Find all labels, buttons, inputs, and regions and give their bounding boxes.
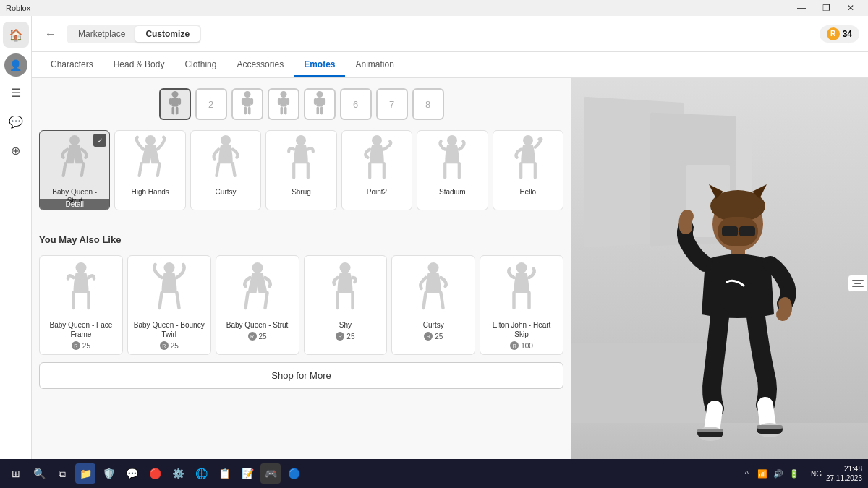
- taskbar-icon-2[interactable]: 🛡️: [98, 463, 119, 484]
- sidebar-list-icon[interactable]: ☰: [3, 80, 29, 106]
- slot-8[interactable]: 8: [412, 88, 444, 120]
- robux-badge: R 34: [820, 25, 859, 43]
- tray-icon-1[interactable]: ^: [739, 466, 754, 481]
- rec-price-val-3: 25: [259, 333, 267, 341]
- maximize-button[interactable]: ❐: [814, 1, 838, 14]
- slot-4[interactable]: [268, 88, 299, 120]
- item-hello[interactable]: Hello: [493, 130, 563, 210]
- search-taskbar-button[interactable]: 🔍: [29, 463, 49, 484]
- svg-point-27: [145, 135, 156, 145]
- robux-small-icon-1: R: [72, 341, 80, 350]
- item-baby-queen-strut[interactable]: ✓ Baby Queen - Strut Detail: [39, 130, 110, 210]
- svg-rect-16: [280, 107, 283, 115]
- tab-clothing[interactable]: Clothing: [174, 53, 226, 77]
- rec-figure-6: [493, 260, 550, 318]
- slot-7[interactable]: 7: [376, 88, 408, 120]
- marketplace-tab[interactable]: Marketplace: [68, 26, 135, 42]
- app-container: 🏠 👤 ☰ 💬 ⊕ ← Marketplace Customize R 34 C…: [0, 16, 868, 488]
- item-curtsy[interactable]: Curtsy: [190, 130, 261, 210]
- start-button[interactable]: ⊞: [6, 463, 26, 484]
- left-panel: 2: [32, 78, 571, 488]
- svg-line-59: [441, 293, 443, 308]
- detail-overlay[interactable]: Detail: [40, 199, 109, 210]
- rec-price-3: R 25: [248, 332, 267, 341]
- tab-animation[interactable]: Animation: [345, 53, 404, 77]
- filter-line-1: [852, 280, 864, 281]
- slot-3[interactable]: [231, 88, 263, 120]
- sidebar-circle-icon[interactable]: ⊕: [3, 137, 29, 163]
- taskbar-icon-5[interactable]: ⚙️: [168, 463, 188, 484]
- rec-face-frame[interactable]: Baby Queen - Face Frame R 25: [39, 255, 123, 355]
- slot-5[interactable]: [304, 88, 336, 120]
- minimize-button[interactable]: —: [790, 1, 813, 14]
- rec-price-val-1: 25: [82, 342, 90, 350]
- item-high-hands[interactable]: High Hands: [114, 130, 185, 210]
- customize-tab[interactable]: Customize: [135, 26, 200, 42]
- filter-button[interactable]: [848, 275, 868, 292]
- slot-2[interactable]: 2: [195, 88, 227, 120]
- rec-bouncy-twirl[interactable]: Baby Queen - Bouncy Twirl R 25: [127, 255, 211, 355]
- rec-elton-heart-skip[interactable]: Elton John - Heart Skip R 100: [480, 255, 563, 355]
- tab-head-body[interactable]: Head & Body: [103, 53, 175, 77]
- item-shrug[interactable]: Shrug: [265, 130, 336, 210]
- svg-rect-23: [320, 107, 323, 115]
- robux-small-icon-6: R: [510, 341, 519, 350]
- task-view-button[interactable]: ⧉: [52, 463, 72, 484]
- robux-count: 34: [843, 29, 852, 39]
- svg-rect-19: [316, 98, 323, 107]
- svg-rect-5: [175, 107, 178, 115]
- svg-line-52: [245, 293, 247, 308]
- rec-curtsy[interactable]: Curtsy R 25: [391, 255, 475, 355]
- svg-rect-69: [739, 226, 755, 236]
- item-figure-5: [352, 135, 402, 186]
- rec-price-val-4: 25: [346, 333, 354, 341]
- robux-small-icon-2: R: [160, 341, 169, 350]
- svg-line-53: [265, 293, 267, 308]
- tray-icon-volume[interactable]: 🔊: [771, 466, 786, 481]
- tab-accessories[interactable]: Accessories: [226, 53, 294, 77]
- tray-icon-network[interactable]: 📶: [755, 466, 770, 481]
- svg-line-29: [157, 163, 159, 176]
- sidebar-home-icon[interactable]: 🏠: [3, 22, 29, 48]
- svg-rect-3: [177, 98, 181, 105]
- taskbar-icon-roblox[interactable]: 🎮: [260, 463, 281, 484]
- taskbar-icon-1[interactable]: 📁: [75, 463, 95, 484]
- item-stadium[interactable]: Stadium: [417, 130, 488, 210]
- sys-tray: ^ 📶 🔊 🔋: [739, 466, 801, 481]
- filter-line-2: [854, 283, 861, 284]
- rec-figure-3: [229, 260, 286, 318]
- taskbar-icon-7[interactable]: 📋: [214, 463, 234, 484]
- svg-line-25: [64, 163, 66, 176]
- tab-characters[interactable]: Characters: [41, 53, 103, 77]
- taskbar-icon-6[interactable]: 🌐: [191, 463, 211, 484]
- robux-icon: R: [827, 27, 840, 40]
- rec-strut[interactable]: Baby Queen - Strut R 25: [216, 255, 299, 355]
- sidebar-avatar[interactable]: 👤: [4, 53, 27, 77]
- rec-price-6: R 100: [510, 341, 533, 350]
- taskbar-icon-3[interactable]: 💬: [122, 463, 142, 484]
- app-title: Roblox: [6, 4, 30, 12]
- rec-figure-4: [316, 260, 374, 318]
- rec-price-4: R 25: [336, 332, 354, 341]
- main-split: 2: [32, 78, 868, 488]
- taskbar-icon-4[interactable]: 🔴: [145, 463, 165, 484]
- titlebar-controls: — ❐ ✕: [790, 1, 862, 14]
- back-button[interactable]: ←: [41, 24, 61, 44]
- tray-icon-battery[interactable]: 🔋: [787, 466, 801, 481]
- taskbar-icon-8[interactable]: 📝: [237, 463, 258, 484]
- slot-1[interactable]: [159, 88, 191, 120]
- shop-more-button[interactable]: Shop for More: [39, 362, 563, 389]
- slot-6[interactable]: 6: [340, 88, 372, 120]
- clock-time: 21:48: [826, 464, 862, 474]
- rec-shy[interactable]: Shy R 25: [304, 255, 388, 355]
- svg-point-24: [69, 135, 80, 145]
- robux-small-icon-3: R: [248, 332, 257, 341]
- tab-emotes[interactable]: Emotes: [294, 53, 345, 77]
- close-button[interactable]: ✕: [839, 1, 862, 14]
- taskbar-icon-9[interactable]: 🔵: [284, 463, 304, 484]
- item-point2[interactable]: Point2: [341, 130, 412, 210]
- rec-name-6: Elton John - Heart Skip: [485, 320, 558, 339]
- taskbar-clock[interactable]: 21:48 27.11.2023: [826, 464, 862, 483]
- right-panel: [571, 78, 868, 488]
- sidebar-chat-icon[interactable]: 💬: [3, 108, 29, 134]
